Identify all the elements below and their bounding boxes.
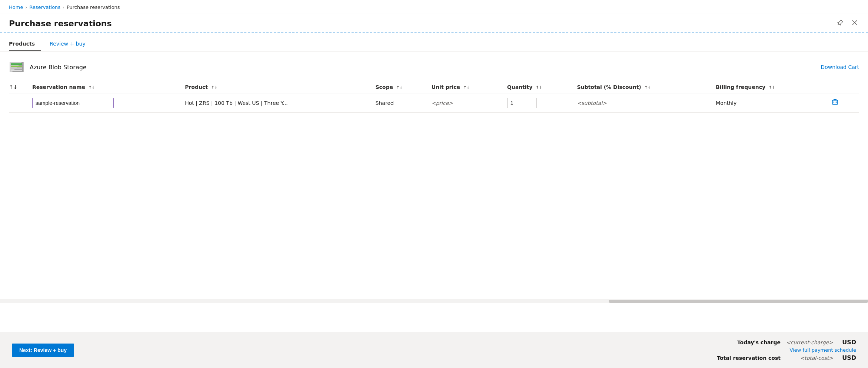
quantity-input[interactable]	[507, 98, 537, 108]
todays-charge-label: Today's charge	[699, 339, 781, 345]
col-header-quantity: Quantity ↑↓	[507, 81, 577, 93]
delete-row-button[interactable]	[829, 97, 841, 109]
table-header-row: ↑↓ Reservation name ↑↓ Product ↑↓ Scope …	[9, 81, 859, 93]
total-cost-value: <total-cost>	[785, 355, 833, 361]
blue-divider	[0, 32, 868, 33]
col-header-subtotal: Subtotal (% Discount) ↑↓	[577, 81, 716, 93]
sort-icon-quantity: ↑↓	[536, 86, 542, 89]
download-cart-link[interactable]: Download Cart	[821, 64, 859, 70]
col-header-actions	[829, 81, 859, 93]
product-info: Azure Blob Storage	[9, 60, 87, 74]
reservation-name-input[interactable]	[32, 98, 114, 108]
total-cost-label: Total reservation cost	[699, 355, 781, 361]
row-cell-scope: Shared	[375, 93, 431, 113]
reservations-table: ↑↓ Reservation name ↑↓ Product ↑↓ Scope …	[9, 81, 859, 113]
row-cell-billing-frequency: Monthly	[716, 93, 829, 113]
icon-stripe-1	[11, 63, 22, 65]
footer-left: Next: Review + buy	[12, 344, 74, 357]
col-header-product: Product ↑↓	[185, 81, 375, 93]
todays-charge-value: <current-charge>	[785, 339, 833, 345]
col-header-reservation-name: Reservation name ↑↓	[32, 81, 185, 93]
main-content: Azure Blob Storage Download Cart ↑↓ Rese…	[0, 52, 868, 113]
tab-review-buy[interactable]: Review + buy	[50, 37, 92, 51]
pin-button[interactable]	[835, 18, 845, 29]
sort-icon-scope: ↑↓	[396, 86, 403, 89]
col-header-billing-frequency: Billing frequency ↑↓	[716, 81, 829, 93]
tabs-container: Products Review + buy	[0, 37, 868, 52]
footer: Next: Review + buy Today's charge <curre…	[0, 332, 868, 368]
svg-line-0	[838, 24, 839, 25]
sort-icon-billing-freq: ↑↓	[769, 86, 775, 89]
next-button[interactable]: Next: Review + buy	[12, 344, 74, 357]
row-cell-unit-price: <price>	[432, 93, 507, 113]
icon-stripe-2	[11, 66, 22, 67]
product-name: Azure Blob Storage	[30, 64, 87, 71]
view-schedule-link[interactable]: View full payment schedule	[699, 347, 856, 353]
breadcrumb-home[interactable]: Home	[9, 4, 23, 10]
sort-icon-subtotal: ↑↓	[645, 86, 651, 89]
col-header-scope: Scope ↑↓	[375, 81, 431, 93]
scrollbar-thumb[interactable]	[609, 300, 868, 303]
col-header-unit-price: Unit price ↑↓	[432, 81, 507, 93]
sort-icon-product: ↑↓	[211, 86, 217, 89]
product-icon	[9, 60, 24, 74]
todays-charge-row: Today's charge <current-charge> USD	[699, 339, 856, 346]
tab-products[interactable]: Products	[9, 37, 41, 51]
page-title: Purchase reservations	[9, 19, 112, 28]
scrollbar-area[interactable]	[0, 299, 868, 303]
row-cell-reservation-name	[32, 93, 185, 113]
total-cost-currency: USD	[838, 354, 856, 361]
page-header: Purchase reservations	[0, 13, 868, 32]
col-header-sort: ↑↓	[9, 81, 32, 93]
icon-stripe-3	[11, 67, 22, 69]
footer-right: Today's charge <current-charge> USD View…	[699, 339, 856, 361]
sort-icon-reservation-name: ↑↓	[89, 86, 95, 89]
close-button[interactable]	[850, 18, 859, 29]
breadcrumb: Home › Reservations › Purchase reservati…	[0, 0, 868, 13]
row-cell-empty	[9, 93, 32, 113]
breadcrumb-separator-2: ›	[63, 5, 64, 10]
row-cell-subtotal: <subtotal>	[577, 93, 716, 113]
icon-stripe-4	[11, 70, 22, 71]
breadcrumb-current: Purchase reservations	[67, 4, 120, 10]
table-row: Hot | ZRS | 100 Tb | West US | Three Y..…	[9, 93, 859, 113]
todays-charge-currency: USD	[838, 339, 856, 346]
total-cost-row: Total reservation cost <total-cost> USD	[699, 354, 856, 361]
product-header: Azure Blob Storage Download Cart	[9, 60, 859, 74]
header-icons	[835, 18, 859, 29]
sort-icon-unit-price: ↑↓	[463, 86, 470, 89]
breadcrumb-separator-1: ›	[25, 5, 27, 10]
row-cell-quantity	[507, 93, 577, 113]
row-cell-delete	[829, 93, 859, 113]
sort-icons-default: ↑↓	[9, 84, 17, 90]
breadcrumb-reservations[interactable]: Reservations	[29, 4, 60, 10]
row-cell-product: Hot | ZRS | 100 Tb | West US | Three Y..…	[185, 93, 375, 113]
